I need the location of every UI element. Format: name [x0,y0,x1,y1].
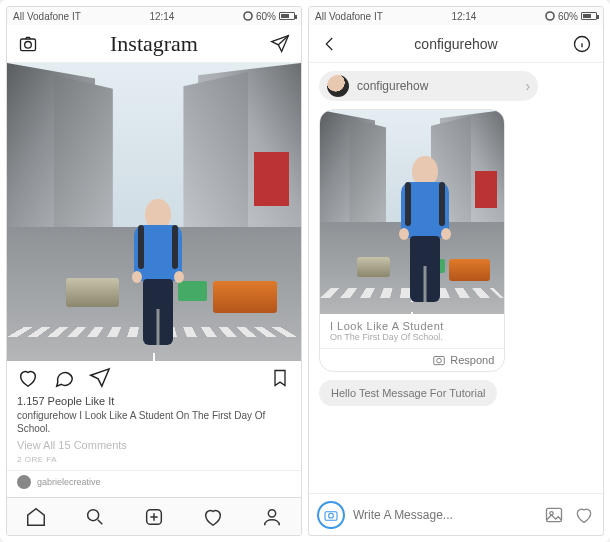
instagram-feed-screen: All Vodafone IT 12:14 60% Instagram [6,6,302,536]
tab-profile[interactable] [261,506,283,528]
respond-button[interactable]: Respond [320,348,504,371]
svg-point-9 [437,358,442,363]
likes-count[interactable]: 1.157 People Like It [7,395,301,407]
camera-icon[interactable] [17,33,39,55]
share-icon[interactable] [89,367,111,389]
like-icon[interactable] [573,504,595,526]
post-actions [7,361,301,395]
camera-icon [432,353,446,367]
carrier-label: All Vodafone IT [13,11,81,22]
status-right: 60% [545,11,597,22]
svg-point-11 [329,513,334,518]
post-caption: configurehow I Look Like A Student On Th… [7,407,301,437]
tab-activity[interactable] [202,506,224,528]
dm-recipient-chip[interactable]: configurehow › [319,71,538,101]
shared-post-subtitle: On The First Day Of School. [330,332,494,342]
like-icon[interactable] [17,367,39,389]
svg-point-2 [25,41,32,48]
direct-message-screen: All Vodafone IT 12:14 60% configurehow c… [308,6,604,536]
carrier-label: All Vodafone IT [315,11,383,22]
tab-bar [7,497,301,535]
clock-label: 12:14 [149,11,174,22]
tab-home[interactable] [25,506,47,528]
svg-rect-12 [547,508,562,521]
post-time: 2 ORE FA [7,453,301,470]
svg-rect-1 [21,39,36,51]
camera-button[interactable] [317,501,345,529]
status-bar: All Vodafone IT 12:14 60% [309,7,603,25]
message-bubble: Hello Test Message For Tutorial [319,380,497,406]
svg-rect-8 [434,357,445,365]
next-post-header[interactable]: gabrielecreative [7,470,301,492]
shared-post-caption: I Look Like A Student On The First Day O… [320,314,504,348]
svg-point-5 [268,509,275,516]
message-composer [309,493,603,535]
back-icon[interactable] [319,33,341,55]
message-input[interactable] [353,508,535,522]
comment-icon[interactable] [53,367,75,389]
status-right: 60% [243,11,295,22]
username-label: gabrielecreative [37,477,101,487]
info-icon[interactable] [571,33,593,55]
respond-label: Respond [450,354,494,366]
gallery-icon[interactable] [543,504,565,526]
bookmark-icon[interactable] [269,367,291,389]
dm-header: configurehow [309,25,603,63]
battery-pct: 60% [256,11,276,22]
orientation-lock-icon [545,11,555,21]
dm-body: configurehow › [309,63,603,493]
battery-icon [279,12,295,20]
orientation-lock-icon [243,11,253,21]
feed-content: 1.157 People Like It configurehow I Look… [7,63,301,497]
avatar [327,75,349,97]
feed-header: Instagram [7,25,301,63]
tab-new-post[interactable] [143,506,165,528]
instagram-logo: Instagram [110,31,198,57]
view-comments-link[interactable]: View All 15 Comments [7,437,301,453]
svg-point-6 [546,12,554,20]
svg-point-3 [88,509,99,520]
battery-icon [581,12,597,20]
battery-pct: 60% [558,11,578,22]
clock-label: 12:14 [451,11,476,22]
direct-message-icon[interactable] [269,33,291,55]
post-photo[interactable] [7,63,301,361]
dm-title[interactable]: configurehow [414,36,497,52]
tab-search[interactable] [84,506,106,528]
shared-post-card[interactable]: I Look Like A Student On The First Day O… [319,109,505,372]
status-bar: All Vodafone IT 12:14 60% [7,7,301,25]
svg-point-0 [244,12,252,20]
shared-post-photo [320,110,504,314]
chevron-right-icon: › [526,78,531,94]
shared-post-title: I Look Like A Student [330,320,494,332]
recipient-name: configurehow [357,79,518,93]
avatar [17,475,31,489]
